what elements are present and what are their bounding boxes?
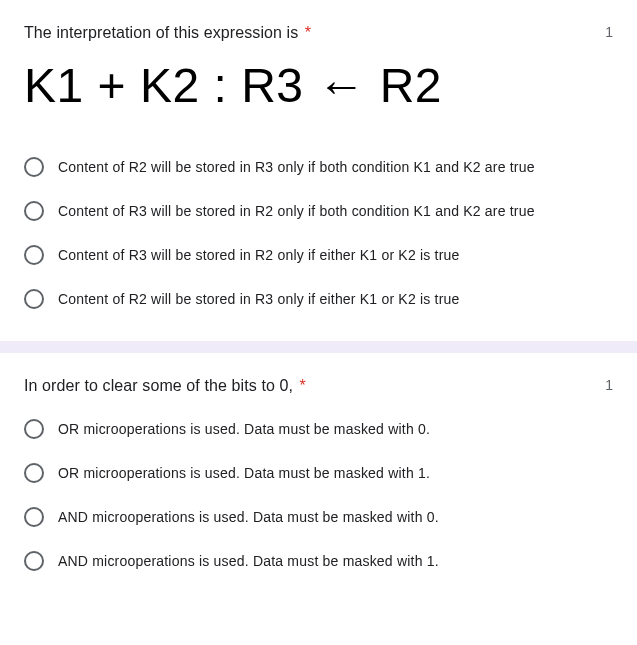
radio-option[interactable]: OR microoperations is used. Data must be… [24, 451, 613, 495]
radio-option[interactable]: Content of R2 will be stored in R3 only … [24, 277, 613, 321]
question-card-1: The interpretation of this expression is… [0, 0, 637, 341]
radio-icon [24, 507, 44, 527]
option-label: Content of R2 will be stored in R3 only … [58, 159, 535, 175]
radio-icon [24, 551, 44, 571]
card-divider [0, 341, 637, 353]
option-label: AND microoperations is used. Data must b… [58, 553, 439, 569]
question-title-wrap: The interpretation of this expression is… [24, 24, 311, 42]
radio-icon [24, 289, 44, 309]
option-label: Content of R3 will be stored in R2 only … [58, 203, 535, 219]
radio-option[interactable]: Content of R2 will be stored in R3 only … [24, 145, 613, 189]
radio-option[interactable]: AND microoperations is used. Data must b… [24, 539, 613, 583]
question-title-wrap: In order to clear some of the bits to 0,… [24, 377, 306, 395]
option-label: OR microoperations is used. Data must be… [58, 465, 430, 481]
required-asterisk: * [305, 24, 311, 41]
required-asterisk: * [299, 377, 305, 394]
radio-icon [24, 245, 44, 265]
option-label: AND microoperations is used. Data must b… [58, 509, 439, 525]
question-title: The interpretation of this expression is [24, 24, 298, 41]
radio-icon [24, 201, 44, 221]
radio-icon [24, 157, 44, 177]
question-points: 1 [605, 24, 613, 40]
radio-option[interactable]: Content of R3 will be stored in R2 only … [24, 233, 613, 277]
radio-option[interactable]: Content of R3 will be stored in R2 only … [24, 189, 613, 233]
question-header: In order to clear some of the bits to 0,… [24, 377, 613, 395]
expression-text: K1 + K2 : R3 ← R2 [24, 58, 613, 113]
option-label: OR microoperations is used. Data must be… [58, 421, 430, 437]
option-label: Content of R3 will be stored in R2 only … [58, 247, 460, 263]
radio-icon [24, 463, 44, 483]
radio-option[interactable]: OR microoperations is used. Data must be… [24, 407, 613, 451]
question-header: The interpretation of this expression is… [24, 24, 613, 42]
question-title: In order to clear some of the bits to 0, [24, 377, 293, 394]
question-card-2: In order to clear some of the bits to 0,… [0, 353, 637, 603]
question-points: 1 [605, 377, 613, 393]
radio-option[interactable]: AND microoperations is used. Data must b… [24, 495, 613, 539]
option-label: Content of R2 will be stored in R3 only … [58, 291, 460, 307]
radio-icon [24, 419, 44, 439]
